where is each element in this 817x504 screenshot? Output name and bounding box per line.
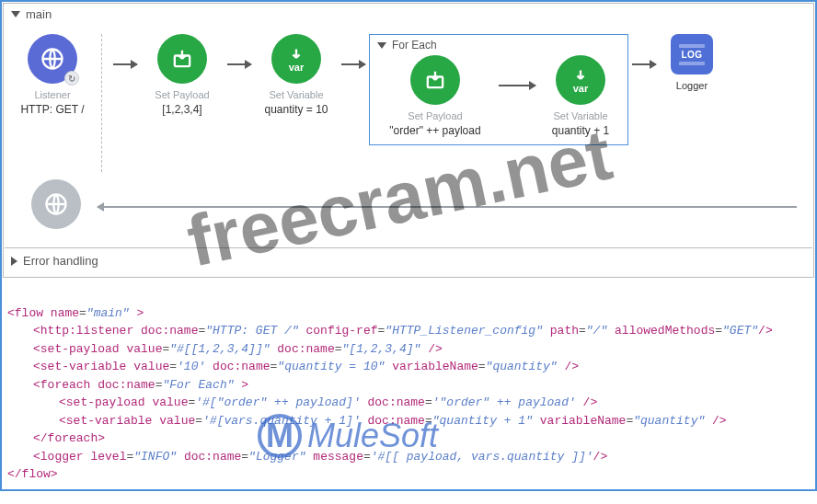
flow-canvas: main ↻ Listener HTTP: GET / Set Payload … [3, 3, 814, 278]
foreach-set-payload-node[interactable]: Set Payload "order" ++ payload [375, 55, 495, 137]
foreach-title: For Each [392, 39, 437, 52]
set-variable-node[interactable]: var Set Variable quantity = 10 [255, 34, 338, 116]
set-variable-sub: quantity = 10 [264, 103, 328, 116]
logger-badge: LOG [681, 50, 702, 60]
foreach-scope[interactable]: For Each Set Payload "order" ++ payload [369, 34, 628, 145]
listener-label: Listener [34, 89, 70, 101]
foreach-set-payload-sub: "order" ++ payload [389, 124, 480, 137]
page: main ↻ Listener HTTP: GET / Set Payload … [0, 0, 817, 491]
foreach-set-variable-node[interactable]: var Set Variable quantity + 1 [539, 55, 622, 137]
chevron-down-icon [11, 11, 20, 17]
arrow [495, 55, 539, 116]
arrow [224, 34, 255, 95]
flow-header[interactable]: main [4, 4, 813, 25]
listener-node[interactable]: ↻ Listener HTTP: GET / [11, 34, 94, 116]
foreach-nodes: Set Payload "order" ++ payload var Set V… [375, 55, 622, 137]
var-icon: var [271, 34, 321, 84]
set-payload-node[interactable]: Set Payload [1,2,3,4] [141, 34, 224, 116]
source-divider [101, 34, 102, 172]
xml-source: <flow name="main" > <http:listener doc:n… [2, 279, 815, 489]
return-arrow [98, 206, 797, 208]
flow-row: ↻ Listener HTTP: GET / Set Payload [1,2,… [11, 29, 806, 178]
response-placeholder [24, 179, 88, 235]
arrow [628, 34, 660, 95]
arrow [109, 34, 141, 95]
logger-label: Logger [676, 80, 708, 92]
cycle-badge-icon: ↻ [64, 71, 79, 86]
set-variable-label: Set Variable [269, 89, 323, 101]
set-payload-sub: [1,2,3,4] [162, 103, 201, 116]
foreach-set-payload-label: Set Payload [408, 110, 462, 122]
globe-icon: ↻ [28, 34, 77, 84]
flow-title: main [26, 7, 52, 21]
main-area: ↻ Listener HTTP: GET / Set Payload [1,2,… [4, 25, 813, 247]
chevron-down-icon [377, 42, 386, 49]
chevron-right-icon [11, 257, 17, 266]
outer-frame: main ↻ Listener HTTP: GET / Set Payload … [0, 0, 817, 491]
foreach-set-variable-sub: quantity + 1 [552, 124, 609, 137]
var-icon: var [556, 55, 605, 105]
globe-grey-icon [31, 179, 81, 229]
error-handling-label: Error handling [23, 254, 98, 268]
logger-node[interactable]: LOG Logger [660, 34, 724, 92]
arrow [338, 34, 369, 95]
set-payload-label: Set Payload [155, 89, 209, 101]
logger-icon: LOG [671, 34, 713, 74]
payload-icon [410, 55, 460, 105]
payload-icon [157, 34, 207, 84]
foreach-header: For Each [375, 37, 622, 55]
return-row [11, 178, 806, 240]
error-handling-header[interactable]: Error handling [4, 248, 813, 277]
foreach-set-variable-label: Set Variable [553, 110, 607, 122]
listener-sub: HTTP: GET / [20, 103, 84, 116]
